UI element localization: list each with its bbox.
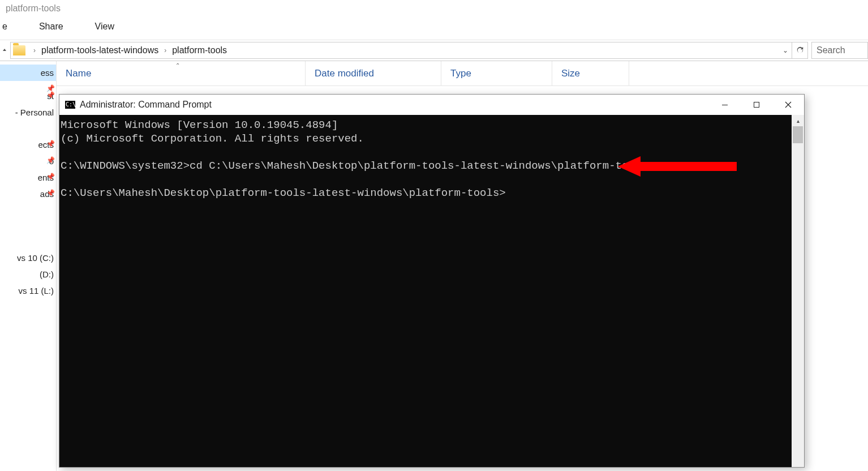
refresh-button[interactable]: [792, 42, 808, 59]
address-bar[interactable]: › platform-tools-latest-windows › platfo…: [10, 42, 792, 59]
cmd-line: Microsoft Windows [Version 10.0.19045.48…: [61, 119, 338, 131]
sidebar-item[interactable]: st📌: [0, 88, 56, 104]
column-header-type[interactable]: Type: [441, 61, 552, 85]
command-prompt-window: Administrator: Command Prompt Microsoft …: [59, 94, 805, 468]
pin-icon: 📌: [46, 156, 55, 164]
sidebar-item[interactable]: - Personal: [0, 104, 56, 121]
scroll-up-button[interactable]: ▴: [792, 115, 804, 126]
column-header-date[interactable]: Date modified: [306, 61, 441, 85]
sidebar-item[interactable]: ads📌: [0, 186, 56, 202]
chevron-right-icon: ›: [30, 46, 39, 54]
breadcrumb-segment[interactable]: platform-tools: [170, 45, 229, 55]
cmd-icon: [65, 101, 75, 109]
sidebar-item[interactable]: vs 11 (L:): [0, 282, 56, 299]
ribbon-tab-share[interactable]: Share: [37, 19, 66, 34]
maximize-button[interactable]: [741, 95, 772, 115]
column-header-size[interactable]: Size: [552, 61, 629, 85]
pin-icon: 📌: [46, 91, 55, 99]
column-headers: Name ⌃ Date modified Type Size: [57, 61, 868, 86]
search-input[interactable]: Search: [811, 42, 868, 59]
cmd-scrollbar[interactable]: ▴: [792, 115, 804, 467]
folder-icon: [13, 45, 25, 55]
sidebar-item[interactable]: ents📌: [0, 169, 56, 186]
sidebar-item[interactable]: o📌: [0, 153, 56, 169]
cmd-terminal[interactable]: Microsoft Windows [Version 10.0.19045.48…: [59, 115, 792, 467]
minimize-button[interactable]: [709, 95, 741, 115]
scroll-thumb[interactable]: [793, 126, 803, 143]
sidebar-item[interactable]: vs 10 (C:): [0, 250, 56, 266]
chevron-right-icon: ›: [161, 46, 170, 54]
column-header-name[interactable]: Name ⌃: [57, 61, 306, 85]
ribbon-tab-view[interactable]: View: [93, 19, 117, 34]
pin-icon: 📌: [46, 173, 55, 181]
cmd-line: C:\Users\Mahesh\Desktop\platform-tools-l…: [61, 187, 506, 199]
explorer-window-title: platform-tools: [0, 0, 868, 17]
sidebar-item[interactable]: 📌: [0, 81, 56, 88]
cmd-line: C:\WINDOWS\system32>cd C:\Users\Mahesh\D…: [61, 160, 648, 172]
pin-icon: 📌: [46, 140, 55, 148]
cmd-line: (c) Microsoft Corporation. All rights re…: [61, 132, 364, 145]
ribbon-tabs: e Share View: [0, 17, 868, 40]
sidebar-item[interactable]: (D:): [0, 266, 56, 282]
svg-rect-0: [722, 105, 728, 105]
explorer-sidebar: ess 📌 st📌 - Personal ects📌 o📌 ents📌 ads📌…: [0, 61, 57, 471]
cmd-title-text: Administrator: Command Prompt: [80, 100, 709, 110]
chevron-down-icon[interactable]: ⌄: [783, 46, 788, 54]
close-button[interactable]: [772, 95, 804, 115]
breadcrumb-segment[interactable]: platform-tools-latest-windows: [39, 45, 161, 55]
nav-up-button[interactable]: [0, 40, 8, 61]
ribbon-tab-home[interactable]: e: [0, 19, 10, 34]
pin-icon: 📌: [46, 189, 55, 197]
cmd-titlebar[interactable]: Administrator: Command Prompt: [59, 95, 804, 115]
sidebar-item[interactable]: ess: [0, 65, 56, 81]
svg-rect-1: [754, 102, 759, 108]
sidebar-item[interactable]: ects📌: [0, 136, 56, 153]
sort-caret-icon: ⌃: [175, 62, 180, 68]
address-bar-row: › platform-tools-latest-windows › platfo…: [0, 40, 868, 61]
